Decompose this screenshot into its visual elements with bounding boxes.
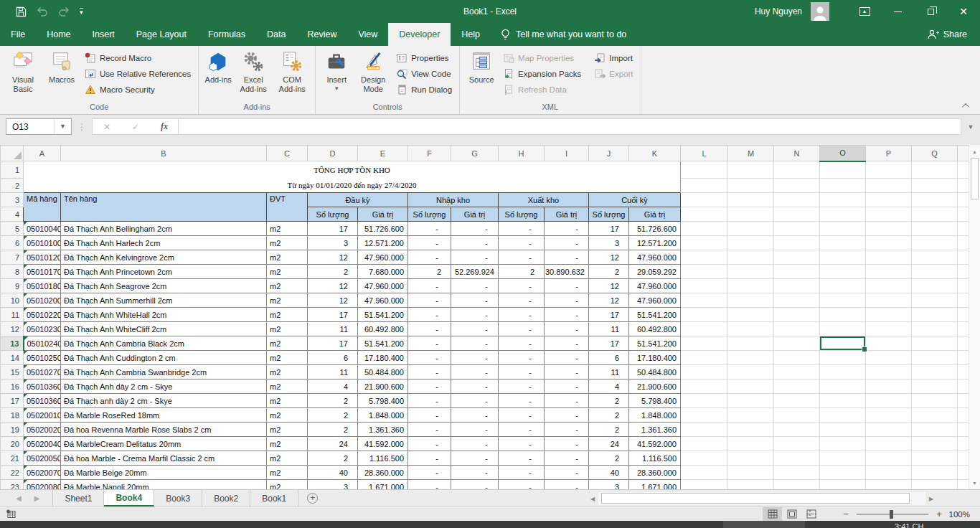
cell-A16[interactable]: 0501036001: [24, 380, 61, 394]
cell-H5[interactable]: -: [499, 222, 545, 236]
cell-C21[interactable]: m2: [267, 451, 308, 466]
cell-N1[interactable]: [774, 161, 820, 179]
horizontal-scroll-thumb[interactable]: [601, 493, 910, 504]
page-break-view-button[interactable]: [801, 507, 821, 521]
row-header-8[interactable]: 8: [1, 265, 24, 279]
cell-L22[interactable]: [681, 466, 728, 480]
record-macro-button[interactable]: Record Macro: [82, 50, 194, 66]
cell-P16[interactable]: [866, 380, 912, 394]
cell-H13[interactable]: -: [499, 336, 545, 351]
cell-J17[interactable]: 2: [589, 394, 629, 408]
cell-G5[interactable]: -: [451, 222, 499, 236]
cell-A23[interactable]: 0502008001: [24, 480, 61, 490]
cell-J14[interactable]: 6: [589, 351, 629, 365]
cell-N3[interactable]: [774, 193, 820, 207]
cell-E6[interactable]: 12.571.200: [358, 236, 408, 250]
row-header-4[interactable]: 4: [1, 207, 24, 222]
cell-header-group-3[interactable]: Cuối kỳ: [589, 193, 681, 207]
sheet-nav-left-icon[interactable]: ◀: [16, 494, 22, 502]
design-mode-button[interactable]: Design Mode: [354, 48, 392, 101]
cell-P22[interactable]: [866, 466, 912, 480]
cell-M22[interactable]: [728, 466, 774, 480]
cell-D11[interactable]: 17: [308, 308, 358, 322]
cell-L18[interactable]: [681, 408, 728, 423]
zoom-out-icon[interactable]: −: [838, 509, 854, 519]
cell-J11[interactable]: 17: [589, 308, 629, 322]
cell-M21[interactable]: [728, 451, 774, 466]
cell-J23[interactable]: 3: [589, 480, 629, 490]
cell-L17[interactable]: [681, 394, 728, 408]
tab-file[interactable]: File: [0, 23, 36, 46]
cell-J16[interactable]: 4: [589, 380, 629, 394]
cell-L12[interactable]: [681, 322, 728, 336]
cell-I16[interactable]: -: [545, 380, 589, 394]
cell-L19[interactable]: [681, 423, 728, 437]
cell-header-ma-hang[interactable]: Mã hàng: [24, 193, 61, 222]
cell-F19[interactable]: -: [408, 423, 451, 437]
row-header-21[interactable]: 21: [1, 451, 24, 466]
cell-N9[interactable]: [774, 279, 820, 293]
vertical-scroll-thumb[interactable]: [971, 158, 979, 199]
row-header-13[interactable]: 13: [1, 336, 24, 351]
cell-F11[interactable]: -: [408, 308, 451, 322]
cell-B20[interactable]: Đá MarbleCream Delitatus 20mm: [61, 437, 267, 451]
cell-Q20[interactable]: [912, 437, 958, 451]
cell-C11[interactable]: m2: [267, 308, 308, 322]
add-ins-button[interactable]: Add-ins: [203, 48, 233, 101]
cell-Q15[interactable]: [912, 365, 958, 380]
cell-J20[interactable]: 24: [589, 437, 629, 451]
cell-B10[interactable]: Đá Thạch Anh Summerhill 2cm: [61, 293, 267, 308]
cell-I6[interactable]: -: [545, 236, 589, 250]
cell-K8[interactable]: 29.059.292: [629, 265, 681, 279]
cell-P10[interactable]: [866, 293, 912, 308]
cell-I8[interactable]: 30.890.632: [545, 265, 589, 279]
cell-B13[interactable]: Đá Thạch Anh Cambria Black 2cm: [61, 336, 267, 351]
cell-O11[interactable]: [820, 308, 866, 322]
cell-J19[interactable]: 2: [589, 423, 629, 437]
cell-I10[interactable]: -: [545, 293, 589, 308]
cell-C23[interactable]: m2: [267, 480, 308, 490]
cell-F12[interactable]: -: [408, 322, 451, 336]
cell-G22[interactable]: -: [451, 466, 499, 480]
cell-P18[interactable]: [866, 408, 912, 423]
cell-G7[interactable]: -: [451, 250, 499, 265]
cell-M16[interactable]: [728, 380, 774, 394]
cell-E12[interactable]: 60.492.800: [358, 322, 408, 336]
cell-A13[interactable]: 0501024001: [24, 336, 61, 351]
cell-L16[interactable]: [681, 380, 728, 394]
import-button[interactable]: Import: [591, 50, 636, 66]
ribbon-display-options-icon[interactable]: ▴: [848, 0, 881, 23]
cell-header-giatri-3[interactable]: Giá trị: [629, 207, 681, 222]
cell-J22[interactable]: 40: [589, 466, 629, 480]
sheet-tab-book4[interactable]: Book4: [104, 490, 154, 506]
row-header-17[interactable]: 17: [1, 394, 24, 408]
cell-O16[interactable]: [820, 380, 866, 394]
row-header-22[interactable]: 22: [1, 466, 24, 480]
tab-insert[interactable]: Insert: [82, 23, 126, 46]
cell-M20[interactable]: [728, 437, 774, 451]
cell-D21[interactable]: 2: [308, 451, 358, 466]
cell-B12[interactable]: Đá Thạch Anh WhiteCliff 2cm: [61, 322, 267, 336]
cell-M23[interactable]: [728, 480, 774, 490]
sheet-tab-book1[interactable]: Book1: [250, 490, 298, 506]
cell-H15[interactable]: -: [499, 365, 545, 380]
cell-N10[interactable]: [774, 293, 820, 308]
cell-J7[interactable]: 12: [589, 250, 629, 265]
cell-K5[interactable]: 51.726.600: [629, 222, 681, 236]
cell-G18[interactable]: -: [451, 408, 499, 423]
col-header-P[interactable]: P: [866, 146, 912, 161]
horizontal-scrollbar[interactable]: ◀ ▶: [587, 492, 937, 505]
cell-B7[interactable]: Đá Thạch Anh Kelvingrove 2cm: [61, 250, 267, 265]
cell-M4[interactable]: [728, 207, 774, 222]
cell-J12[interactable]: 11: [589, 322, 629, 336]
cell-L15[interactable]: [681, 365, 728, 380]
cell-M18[interactable]: [728, 408, 774, 423]
page-layout-view-button[interactable]: [782, 507, 801, 521]
cell-L9[interactable]: [681, 279, 728, 293]
col-header-K[interactable]: K: [629, 146, 681, 161]
col-header-Q[interactable]: Q: [912, 146, 958, 161]
cell-header-soluong-3[interactable]: Số lượng: [589, 207, 629, 222]
cell-F18[interactable]: -: [408, 408, 451, 423]
col-header-N[interactable]: N: [774, 146, 820, 161]
cell-H17[interactable]: -: [499, 394, 545, 408]
